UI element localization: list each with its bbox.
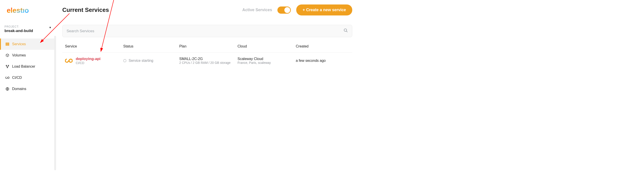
sidebar-item-load-balancer[interactable]: Load Balancer (0, 61, 56, 72)
col-status: Status (123, 44, 179, 48)
col-plan: Plan (179, 44, 238, 48)
sidebar-nav: Services Volumes Load Balancer CI/CD (0, 38, 56, 94)
logo[interactable]: elestıo (0, 3, 56, 23)
service-subtitle: CI/CD (76, 61, 100, 65)
page-title: Current Services (62, 6, 109, 14)
sidebar-scrollbar[interactable] (54, 36, 56, 170)
col-created: Created (296, 44, 350, 48)
svg-text:elestıo: elestıo (7, 6, 29, 14)
brand-logo-icon: elestıo (7, 4, 47, 16)
spinner-icon (123, 59, 126, 62)
main-content: Current Services Active Services + Creat… (56, 0, 358, 172)
services-table: Service Status Plan Cloud Created deploy… (62, 41, 352, 68)
topbar: Current Services Active Services + Creat… (62, 4, 352, 16)
search-input[interactable] (66, 29, 341, 33)
svg-rect-6 (7, 67, 8, 68)
infinity-icon (6, 76, 10, 80)
service-name: deploying-api (76, 57, 100, 61)
svg-rect-3 (6, 45, 9, 46)
sidebar-item-label: Load Balancer (12, 64, 35, 68)
globe-icon (6, 87, 10, 91)
sidebar-item-label: Services (12, 42, 26, 46)
table-header: Service Status Plan Cloud Created (62, 41, 352, 53)
sidebar: elestıo PROJECT: break-and-build ▼ Servi… (0, 0, 56, 172)
svg-rect-5 (8, 65, 9, 66)
sidebar-item-volumes[interactable]: Volumes (0, 50, 56, 61)
svg-rect-2 (6, 44, 9, 44)
project-name: break-and-build (4, 29, 33, 33)
network-icon (6, 64, 10, 68)
svg-point-8 (344, 29, 347, 32)
col-cloud: Cloud (238, 44, 296, 48)
server-icon (6, 42, 10, 46)
chevron-down-icon: ▼ (49, 25, 52, 29)
svg-rect-4 (6, 65, 7, 66)
plan-name: SMALL-2C-2G (179, 57, 238, 61)
toggle-knob (284, 7, 290, 13)
project-selector[interactable]: PROJECT: break-and-build ▼ (0, 23, 56, 38)
infinity-icon (65, 58, 72, 63)
table-row[interactable]: deploying-api CI/CD Service starting SMA… (62, 53, 352, 68)
project-label: PROJECT: (4, 25, 33, 28)
search-icon (344, 28, 348, 34)
plan-spec: 2 CPUs / 2 GB RAM / 20 GB storage (179, 61, 238, 64)
svg-line-9 (346, 31, 348, 32)
sidebar-item-domains[interactable]: Domains (0, 83, 56, 94)
sidebar-item-services[interactable]: Services (0, 38, 56, 50)
cloud-location: France, Paris, scaleway (238, 61, 296, 64)
sidebar-item-label: CI/CD (12, 76, 22, 80)
svg-rect-1 (6, 43, 9, 44)
sidebar-item-label: Domains (12, 87, 26, 91)
cloud-name: Scaleway Cloud (238, 57, 296, 61)
sidebar-item-label: Volumes (12, 53, 26, 57)
active-services-toggle[interactable] (278, 6, 291, 14)
col-service: Service (65, 44, 123, 48)
active-services-label: Active Services (242, 8, 272, 12)
create-service-button[interactable]: + Create a new service (296, 4, 352, 16)
created-time: a few seconds ago (296, 59, 350, 63)
search-box[interactable] (62, 25, 352, 37)
cube-icon (6, 53, 10, 57)
service-status: Service starting (128, 59, 153, 63)
sidebar-item-cicd[interactable]: CI/CD (0, 72, 56, 83)
